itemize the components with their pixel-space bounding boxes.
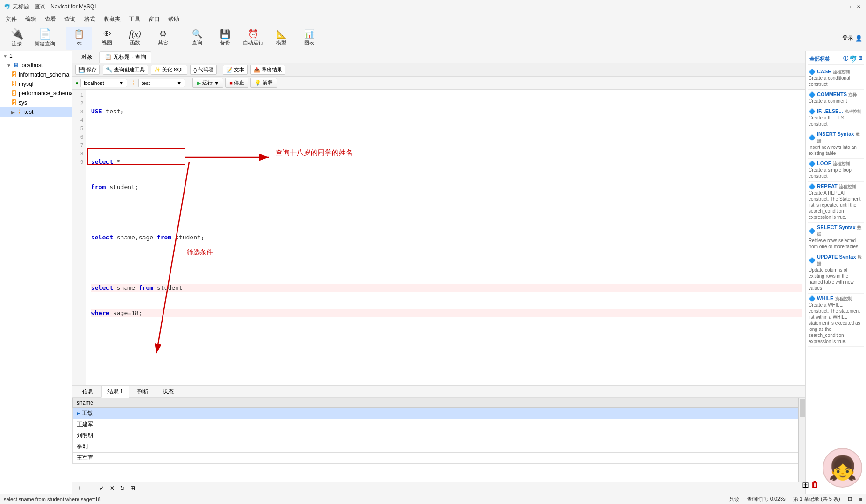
toolbar-table[interactable]: 📋 表 bbox=[66, 27, 92, 50]
sidebar-performance-schema-label: performance_schema bbox=[19, 90, 72, 97]
code-snippet-button[interactable]: () 代码段 bbox=[190, 65, 217, 75]
login-button[interactable]: 登录 👤 bbox=[842, 34, 862, 42]
sql-editor[interactable]: 1 2 3 4 5 6 7 8 9 USE test; select * fro… bbox=[72, 90, 805, 385]
expand-icon[interactable]: ⊞ bbox=[858, 55, 862, 63]
table-row[interactable]: ▶ 王敏 bbox=[73, 408, 805, 419]
table-row[interactable]: 刘明明 bbox=[73, 430, 805, 441]
menu-favorites[interactable]: 收藏夹 bbox=[100, 14, 124, 24]
loop-icon: 🔷 bbox=[809, 161, 816, 167]
delete-icon[interactable]: 🗑 bbox=[811, 480, 819, 490]
result-area[interactable]: sname ▶ 王敏 王建军 刘明明 bbox=[72, 398, 805, 482]
menu-window[interactable]: 窗口 bbox=[145, 14, 163, 24]
sql-line-7 bbox=[91, 259, 802, 267]
stop-button[interactable]: ■ 停止 bbox=[225, 78, 248, 88]
snippet-ifelse[interactable]: 🔷 IF...ELSE... 流程控制 Create a IF...ELSE..… bbox=[808, 106, 864, 129]
toolbar-model[interactable]: 📐 模型 bbox=[268, 27, 294, 50]
sidebar-sys[interactable]: 🗄 sys bbox=[0, 98, 72, 107]
snippet-loop-desc: Create a simple loop construct bbox=[809, 167, 863, 179]
menu-edit[interactable]: 编辑 bbox=[21, 14, 40, 24]
db-icon3: 🗄 bbox=[11, 90, 17, 97]
explain-label: 解释 bbox=[263, 79, 273, 86]
editor-content[interactable]: USE test; select * from student; select … bbox=[87, 90, 805, 385]
toolbar-new-query[interactable]: 📄 新建查询 bbox=[32, 27, 58, 50]
tab-objects[interactable]: 对象 bbox=[76, 51, 98, 63]
snippet-repeat[interactable]: 🔷 REPEAT 流程控制 Create A REPEAT construct.… bbox=[808, 182, 864, 223]
minimize-button[interactable]: ─ bbox=[836, 3, 844, 11]
table-row[interactable]: 王军宣 bbox=[73, 453, 805, 464]
scrollbar-thumb[interactable] bbox=[800, 399, 805, 417]
sidebar-root[interactable]: ▼ 1 bbox=[0, 51, 72, 61]
toolbar-chart[interactable]: 📊 图表 bbox=[296, 27, 322, 50]
export-result-button[interactable]: 📤 导出结果 bbox=[250, 65, 285, 75]
sidebar-localhost[interactable]: ▼ 🖥 localhost bbox=[0, 61, 72, 70]
text-button[interactable]: 📝 文本 bbox=[223, 65, 248, 75]
toolbar-other[interactable]: ⚙ 其它 bbox=[150, 27, 176, 50]
toolbar-model-label: 模型 bbox=[276, 39, 286, 46]
snippet-case[interactable]: 🔷 CASE 流程控制 Create a conditional constru… bbox=[808, 67, 864, 90]
menu-format[interactable]: 格式 bbox=[80, 14, 99, 24]
add-row-button[interactable]: ＋ bbox=[75, 483, 85, 493]
status-list-icon[interactable]: ≡ bbox=[859, 497, 862, 502]
sidebar-mysql[interactable]: 🗄 mysql bbox=[0, 79, 72, 89]
info-icon[interactable]: ⓘ bbox=[843, 55, 848, 63]
grid-icon[interactable]: ⊞ bbox=[805, 480, 809, 490]
save-button[interactable]: 💾 保存 bbox=[75, 65, 100, 75]
toolbar-function[interactable]: f(x) 函数 bbox=[122, 27, 148, 50]
snippet-while[interactable]: 🔷 WHILE 流程控制 Create a WHILE construct. T… bbox=[808, 294, 864, 347]
sidebar-performance-schema[interactable]: 🗄 performance_schema bbox=[0, 89, 72, 98]
run-button[interactable]: ▶ 运行 ▼ bbox=[192, 78, 223, 88]
menu-tools[interactable]: 工具 bbox=[125, 14, 144, 24]
snippet-comments[interactable]: 🔷 COMMENTS 注释 Create a comment bbox=[808, 90, 864, 106]
connection-selector[interactable]: ● localhost ▼ bbox=[75, 79, 127, 87]
refresh-button[interactable]: ↻ bbox=[118, 484, 127, 492]
snippet-loop[interactable]: 🔷 LOOP 流程控制 Create a simple loop constru… bbox=[808, 159, 864, 182]
tab-result1[interactable]: 结果 1 bbox=[101, 386, 129, 398]
tab-status[interactable]: 状态 bbox=[156, 386, 180, 398]
dropdown-arrow2-icon: ▼ bbox=[177, 80, 182, 86]
avatar-image: 👧 bbox=[828, 455, 857, 482]
grid-view-button[interactable]: ⊞ bbox=[128, 484, 137, 492]
beautify-sql-button[interactable]: ✨ 美化 SQL bbox=[151, 65, 187, 75]
toolbar-connect[interactable]: 🔌 连接 bbox=[4, 27, 30, 50]
scrollbar[interactable] bbox=[798, 398, 805, 482]
snippet-update[interactable]: 🔷 UPDATE Syntax 数据 Update columns of exi… bbox=[808, 252, 864, 294]
navicat-icon: 🐬 bbox=[849, 55, 857, 63]
menu-file[interactable]: 文件 bbox=[2, 14, 21, 24]
database-selector[interactable]: 🗄 test ▼ bbox=[131, 79, 185, 87]
menu-query[interactable]: 查询 bbox=[61, 14, 79, 24]
snippet-insert[interactable]: 🔷 INSERT Syntax 数据 Insert new rows into … bbox=[808, 129, 864, 159]
sidebar-information-schema[interactable]: 🗄 information_schema bbox=[0, 70, 72, 79]
tick-button[interactable]: ✓ bbox=[98, 484, 106, 492]
toolbar-backup[interactable]: 💾 备份 bbox=[212, 27, 238, 50]
toolbar-view[interactable]: 👁 视图 bbox=[94, 27, 120, 50]
explain-icon: 💡 bbox=[255, 80, 261, 86]
database-dropdown[interactable]: test ▼ bbox=[138, 79, 185, 87]
menu-view[interactable]: 查看 bbox=[41, 14, 60, 24]
maximize-button[interactable]: □ bbox=[845, 3, 853, 11]
cell-sname-2: 王建军 bbox=[73, 419, 805, 430]
col-sname[interactable]: sname bbox=[73, 398, 805, 408]
menu-help[interactable]: 帮助 bbox=[164, 14, 183, 24]
right-panel-title: 全部标签 bbox=[809, 56, 830, 63]
table-row[interactable]: 王建军 bbox=[73, 419, 805, 430]
app-icon: 🐬 bbox=[4, 4, 11, 10]
snippet-select[interactable]: 🔷 SELECT Syntax 数据 Retrieve rows selecte… bbox=[808, 223, 864, 252]
connection-dropdown[interactable]: localhost ▼ bbox=[80, 79, 127, 87]
table-row[interactable]: 季刚 bbox=[73, 441, 805, 453]
sidebar-test[interactable]: ▶ 🗄 test bbox=[0, 107, 72, 117]
sql-line-8: select sname from student bbox=[91, 284, 802, 292]
sql-line-3: select * bbox=[91, 158, 802, 166]
delete-row-button[interactable]: － bbox=[86, 483, 96, 493]
sql-line-4: from student; bbox=[91, 183, 802, 191]
status-grid-icon[interactable]: ⊞ bbox=[848, 496, 852, 502]
toolbar-autorun[interactable]: ⏰ 自动运行 bbox=[240, 27, 266, 50]
tab-profiling[interactable]: 剖析 bbox=[131, 386, 155, 398]
tab-query[interactable]: 📋 无标题 - 查询 bbox=[99, 51, 151, 63]
close-button[interactable]: ✕ bbox=[855, 3, 862, 11]
query-builder-button[interactable]: 🔧 查询创建工具 bbox=[103, 65, 148, 75]
explain-button[interactable]: 💡 解释 bbox=[250, 78, 277, 88]
tab-info[interactable]: 信息 bbox=[76, 386, 99, 398]
toolbar-query[interactable]: 🔍 查询 bbox=[184, 27, 210, 50]
cancel-edit-button[interactable]: ✕ bbox=[108, 484, 116, 492]
comments-icon: 🔷 bbox=[809, 91, 816, 98]
